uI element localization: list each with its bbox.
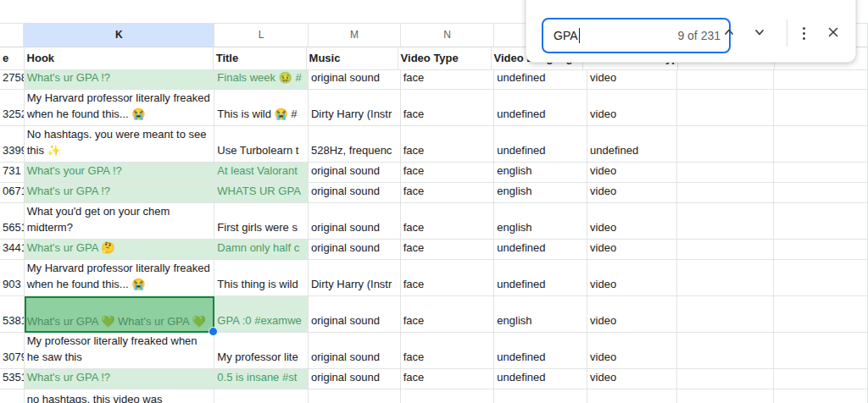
video-language-cell[interactable]: english <box>494 203 587 240</box>
row-id-cell[interactable]: 2758 <box>0 70 25 90</box>
empty-cell[interactable] <box>677 240 774 260</box>
empty-cell[interactable] <box>677 203 774 240</box>
music-cell[interactable]: original sound <box>309 333 401 369</box>
video-format-cell[interactable] <box>587 389 677 403</box>
row-id-cell[interactable]: 5651 <box>0 203 25 240</box>
row-id-cell[interactable]: 5381 <box>0 296 25 333</box>
empty-cell[interactable] <box>774 203 868 240</box>
column-header-n[interactable]: N <box>401 24 495 47</box>
video-language-cell[interactable]: undefined <box>494 126 587 163</box>
video-format-cell[interactable]: video <box>587 163 677 183</box>
hook-cell[interactable]: What's ur GPA 🤔 <box>25 240 215 260</box>
video-language-cell[interactable]: undefined <box>494 240 587 260</box>
hook-cell[interactable]: My Harvard professor literally freaked w… <box>25 90 215 126</box>
hook-cell[interactable]: What's ur GPA !? <box>25 70 215 90</box>
row-id-cell[interactable]: 5351 <box>0 369 25 389</box>
video-format-cell[interactable]: video <box>587 296 677 333</box>
row-id-cell[interactable]: 3079 <box>0 333 25 369</box>
empty-cell[interactable] <box>774 163 868 183</box>
video-format-cell[interactable]: video <box>587 90 677 126</box>
title-cell[interactable]: Use Turbolearn t <box>214 126 309 163</box>
row-id-cell[interactable]: 3399 <box>0 126 25 163</box>
title-cell[interactable] <box>214 389 309 403</box>
music-cell[interactable] <box>309 389 401 403</box>
video-format-cell[interactable]: video <box>587 369 677 389</box>
video-format-cell[interactable]: video <box>587 203 677 240</box>
title-cell[interactable]: Finals week 🤢 # <box>214 70 309 90</box>
hook-cell-selected[interactable]: What's ur GPA 💚 What's ur GPA 💚 <box>25 296 215 333</box>
close-find-button[interactable] <box>821 21 845 45</box>
empty-cell[interactable] <box>774 126 868 163</box>
video-type-cell[interactable] <box>401 389 495 403</box>
empty-cell[interactable] <box>677 163 774 183</box>
empty-cell[interactable] <box>774 333 868 369</box>
video-language-cell[interactable] <box>494 389 587 403</box>
empty-cell[interactable] <box>677 296 774 333</box>
title-cell[interactable]: First girls were s <box>214 203 309 240</box>
music-cell[interactable]: Dirty Harry (Instr <box>309 260 401 296</box>
video-type-cell[interactable]: face <box>401 369 495 389</box>
row-id-cell[interactable]: 731 <box>0 163 25 183</box>
video-format-cell[interactable]: video <box>587 333 677 369</box>
title-cell[interactable]: GPA :0 #examwe <box>214 296 309 333</box>
header-video-type[interactable]: Video Type <box>398 47 492 70</box>
music-cell[interactable]: original sound <box>309 70 401 90</box>
title-cell[interactable]: At least Valorant <box>214 163 309 183</box>
column-header-k[interactable]: K <box>24 24 214 47</box>
empty-cell[interactable] <box>677 389 774 403</box>
video-format-cell[interactable]: undefined <box>587 126 677 163</box>
empty-cell[interactable] <box>677 126 774 163</box>
music-cell[interactable]: original sound <box>309 183 401 203</box>
row-id-cell[interactable]: 0671 <box>0 183 25 203</box>
empty-cell[interactable] <box>774 389 868 403</box>
empty-cell[interactable] <box>677 70 774 90</box>
row-header-corner[interactable] <box>0 24 24 47</box>
video-type-cell[interactable]: face <box>401 296 495 333</box>
hook-cell[interactable]: What's your GPA !? <box>25 163 215 183</box>
video-format-cell[interactable]: video <box>587 240 677 260</box>
hook-cell[interactable]: What's ur GPA !? <box>25 183 215 203</box>
empty-cell[interactable] <box>677 183 774 203</box>
title-cell[interactable]: WHATS UR GPA <box>214 183 309 203</box>
music-cell[interactable]: 528Hz, frequenc <box>309 126 401 163</box>
hook-cell[interactable]: My Harvard professor literally freaked w… <box>25 260 215 296</box>
video-type-cell[interactable]: face <box>401 333 495 369</box>
video-language-cell[interactable]: english <box>494 296 587 333</box>
row-id-cell[interactable]: 903 <box>0 260 25 296</box>
hook-cell[interactable]: What you'd get on your chem midterm? <box>25 203 215 240</box>
hook-cell[interactable]: My professor literally freaked when he s… <box>25 333 215 369</box>
empty-cell[interactable] <box>677 369 774 389</box>
empty-cell[interactable] <box>774 260 868 296</box>
video-language-cell[interactable]: undefined <box>494 70 587 90</box>
empty-cell[interactable] <box>774 70 868 90</box>
row-id-cell[interactable]: 3441 <box>0 240 25 260</box>
header-music[interactable]: Music <box>307 47 398 70</box>
column-header-m[interactable]: M <box>309 24 401 47</box>
empty-cell[interactable] <box>774 296 868 333</box>
video-type-cell[interactable]: face <box>401 260 495 296</box>
row-id-cell[interactable] <box>0 389 25 403</box>
hook-cell[interactable]: no hashtags, this video was <box>25 389 215 403</box>
empty-cell[interactable] <box>677 260 774 296</box>
video-language-cell[interactable]: english <box>494 163 587 183</box>
video-language-cell[interactable]: undefined <box>494 90 587 126</box>
video-type-cell[interactable]: face <box>401 90 495 126</box>
music-cell[interactable]: original sound <box>309 369 401 389</box>
video-type-cell[interactable]: face <box>401 163 495 183</box>
video-format-cell[interactable]: video <box>587 70 677 90</box>
video-language-cell[interactable]: undefined <box>494 333 587 369</box>
header-title[interactable]: Title <box>214 47 307 70</box>
video-format-cell[interactable]: video <box>587 260 677 296</box>
video-type-cell[interactable]: face <box>401 240 495 260</box>
title-cell[interactable]: This thing is wild <box>214 260 309 296</box>
video-type-cell[interactable]: face <box>401 203 495 240</box>
find-input[interactable]: GPA 9 of 231 <box>542 18 731 53</box>
video-type-cell[interactable]: face <box>401 183 495 203</box>
video-language-cell[interactable]: english <box>494 183 587 203</box>
column-header-l[interactable]: L <box>214 24 309 47</box>
empty-cell[interactable] <box>677 333 774 369</box>
find-next-button[interactable] <box>748 21 771 45</box>
title-cell[interactable]: My professor lite <box>214 333 309 369</box>
header-hook[interactable]: Hook <box>25 47 214 70</box>
video-type-cell[interactable]: face <box>401 126 495 163</box>
